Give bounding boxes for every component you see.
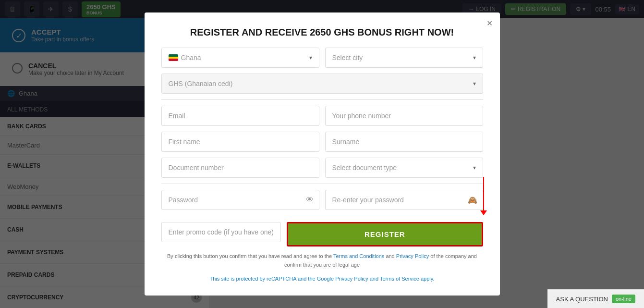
- privacy-link[interactable]: Privacy Policy: [396, 253, 429, 259]
- chevron-down-icon: ▾: [473, 54, 476, 61]
- email-field[interactable]: [161, 106, 319, 126]
- password-input[interactable]: [161, 190, 319, 210]
- city-select[interactable]: Select city ▾: [325, 48, 483, 68]
- country-field[interactable]: Ghana ▾: [161, 48, 319, 68]
- ghana-flag-icon: [169, 54, 178, 61]
- doc-number-input[interactable]: [161, 158, 319, 178]
- registration-modal: × REGISTER AND RECEIVE 2650 GHS BONUS RI…: [145, 12, 500, 296]
- online-status: on-line: [612, 295, 635, 303]
- eye-slash-icon[interactable]: 🙈: [468, 196, 477, 205]
- promo-field[interactable]: [161, 222, 281, 246]
- close-button[interactable]: ×: [487, 18, 493, 28]
- doc-type-placeholder: Select document type: [332, 164, 397, 172]
- document-row: Select document type ▾: [161, 158, 483, 178]
- email-phone-row: [161, 106, 483, 126]
- disclaimer-text: By clicking this button you confirm that…: [161, 252, 483, 269]
- surname-field[interactable]: [325, 132, 483, 152]
- ask-question-widget[interactable]: ASK A QUESTION on-line: [547, 289, 644, 308]
- country-city-row: Ghana ▾ Select city ▾: [161, 48, 483, 68]
- register-submit-button[interactable]: REGISTER: [287, 222, 483, 246]
- name-row: [161, 132, 483, 152]
- terms-link[interactable]: Terms and Conditions: [333, 253, 384, 259]
- promo-register-row: REGISTER: [161, 222, 483, 246]
- repassword-input[interactable]: [325, 190, 483, 210]
- currency-field[interactable]: GHS (Ghanaian cedi) ▾: [161, 74, 483, 94]
- chevron-down-icon: ▾: [473, 164, 476, 171]
- currency-value: GHS (Ghanaian cedi): [169, 80, 233, 87]
- currency-select[interactable]: GHS (Ghanaian cedi) ▾: [161, 74, 483, 94]
- doc-type-select[interactable]: Select document type ▾: [325, 158, 483, 178]
- currency-row: GHS (Ghanaian cedi) ▾: [161, 74, 483, 94]
- doc-number-field[interactable]: [161, 158, 319, 178]
- firstname-input[interactable]: [161, 132, 319, 152]
- ask-question-label: ASK A QUESTION: [556, 296, 608, 303]
- email-input[interactable]: [161, 106, 319, 126]
- doc-type-field[interactable]: Select document type ▾: [325, 158, 483, 178]
- eye-icon[interactable]: 👁: [306, 196, 314, 204]
- country-select[interactable]: Ghana ▾: [161, 48, 319, 68]
- country-value: Ghana: [181, 54, 201, 62]
- chevron-down-icon: ▾: [473, 80, 476, 87]
- tos-link[interactable]: Terms of Service: [380, 276, 419, 282]
- phone-input[interactable]: [325, 106, 483, 126]
- modal-overlay: × REGISTER AND RECEIVE 2650 GHS BONUS RI…: [0, 0, 644, 308]
- chevron-down-icon: ▾: [309, 54, 312, 61]
- firstname-field[interactable]: [161, 132, 319, 152]
- password-row: 👁 🙈: [161, 190, 483, 210]
- city-field[interactable]: Select city ▾: [325, 48, 483, 68]
- captcha-disclaimer: This site is protected by reCAPTCHA and …: [161, 275, 483, 283]
- google-privacy-link[interactable]: Privacy Policy: [335, 276, 368, 282]
- city-placeholder: Select city: [332, 54, 363, 62]
- promo-input[interactable]: [161, 222, 281, 242]
- phone-field[interactable]: [325, 106, 483, 126]
- repassword-field[interactable]: 🙈: [325, 190, 483, 210]
- surname-input[interactable]: [325, 132, 483, 152]
- password-field[interactable]: 👁: [161, 190, 319, 210]
- modal-title: REGISTER AND RECEIVE 2650 GHS BONUS RIGH…: [161, 27, 483, 38]
